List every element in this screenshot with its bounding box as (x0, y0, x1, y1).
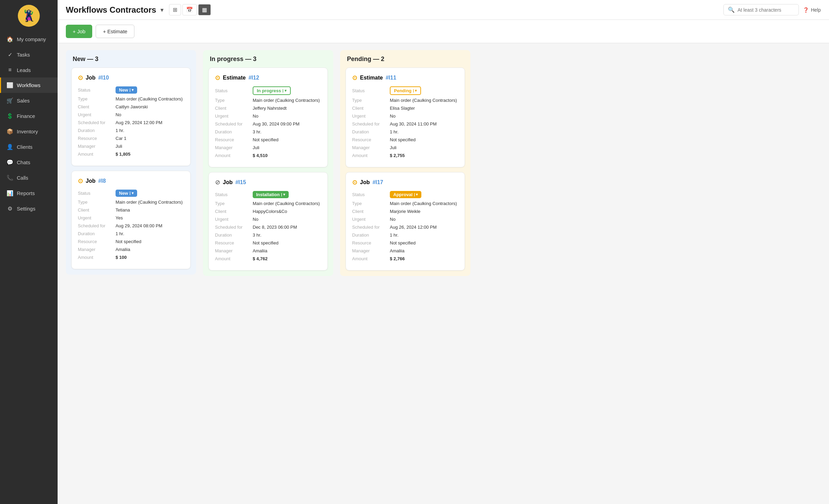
search-icon: 🔍 (728, 7, 735, 13)
card-resource-row: Resource Not specified (78, 239, 184, 244)
card-urgent-row: Urgent No (352, 217, 458, 222)
main-content: Workflows Contractors ▾ ⊞ 📅 ▦ 🔍 ❓ Help +… (58, 0, 829, 504)
urgent-label: Urgent (78, 215, 116, 220)
scheduled-label: Scheduled for (352, 121, 390, 127)
status-badge[interactable]: Approval | ▾ (390, 191, 421, 198)
card-urgent-row: Urgent Yes (78, 215, 184, 220)
card-status-row: Status New | ▾ (78, 190, 184, 197)
client-value: Tetiana (116, 207, 130, 213)
card-title-card-i8[interactable]: ⊙ Job #I8 (78, 177, 184, 185)
help-button[interactable]: ❓ Help (803, 7, 821, 13)
manager-label: Manager (78, 247, 116, 252)
urgent-value: No (253, 217, 259, 222)
view-calendar-button[interactable]: 📅 (182, 4, 197, 15)
urgent-label: Urgent (215, 217, 253, 222)
card-prefix: Estimate (223, 75, 246, 81)
column-header-pending: Pending — 2 (346, 56, 465, 63)
card-scheduled-row: Scheduled for Aug 29, 2024 12:00 PM (78, 120, 184, 125)
card-manager-row: Manager Amaliia (352, 248, 458, 253)
card-amount-row: Amount $ 100 (78, 255, 184, 260)
add-job-button[interactable]: + Job (66, 25, 92, 38)
header: Workflows Contractors ▾ ⊞ 📅 ▦ 🔍 ❓ Help (58, 0, 829, 20)
duration-label: Duration (352, 232, 390, 238)
clients-icon: 👤 (7, 144, 13, 150)
resource-label: Resource (78, 136, 116, 141)
card-manager-row: Manager Juli (215, 145, 321, 150)
card-resource-row: Resource Not specified (352, 240, 458, 245)
status-badge[interactable]: Installation | ▾ (253, 191, 289, 198)
scheduled-label: Scheduled for (78, 120, 116, 125)
duration-value: 3 hr. (253, 129, 261, 134)
card-prefix: Job (360, 179, 370, 185)
card-card-i12: ⊙ Estimate #I12 Status In progress | ▾ T… (208, 68, 328, 167)
resource-label: Resource (78, 239, 116, 244)
card-amount-row: Amount $ 2,766 (352, 256, 458, 261)
search-input[interactable] (737, 7, 792, 13)
page-title: Workflows Contractors (66, 5, 156, 15)
calls-icon: 📞 (7, 175, 13, 181)
sidebar-item-reports[interactable]: 📊 Reports (0, 185, 58, 201)
card-duration-row: Duration 1 hr. (78, 128, 184, 133)
type-label: Type (352, 98, 390, 103)
add-estimate-button[interactable]: + Estimate (96, 25, 134, 38)
title-dropdown-button[interactable]: ▾ (160, 6, 164, 14)
sidebar-item-inventory[interactable]: 📦 Inventory (0, 124, 58, 139)
card-manager-row: Manager Amaliia (215, 248, 321, 253)
sidebar-item-workflows[interactable]: ⬜ Workflows (0, 77, 58, 93)
manager-value: Amaliia (253, 248, 267, 253)
card-title-card-i12[interactable]: ⊙ Estimate #I12 (215, 74, 321, 82)
card-card-i8: ⊙ Job #I8 Status New | ▾ Type Main order… (71, 171, 191, 269)
type-label: Type (78, 96, 116, 101)
amount-value: $ 2,766 (390, 256, 405, 261)
sidebar-item-chats[interactable]: 💬 Chats (0, 155, 58, 170)
sidebar-item-sales[interactable]: 🛒 Sales (0, 93, 58, 108)
status-badge[interactable]: New | ▾ (116, 86, 137, 94)
manager-value: Amaliia (116, 247, 130, 252)
amount-label: Amount (78, 152, 116, 157)
amount-label: Amount (215, 153, 253, 158)
status-badge[interactable]: Pending | ▾ (390, 86, 421, 95)
card-id: #I10 (98, 75, 109, 81)
scheduled-value: Aug 26, 2024 12:00 PM (390, 225, 437, 230)
scheduled-label: Scheduled for (78, 223, 116, 228)
card-scheduled-row: Scheduled for Aug 26, 2024 12:00 PM (352, 225, 458, 230)
card-type-row: Type Main order (Caulking Contractors) (215, 201, 321, 206)
sidebar-item-finance[interactable]: 💲 Finance (0, 108, 58, 124)
card-icon-circle: ⊙ (352, 74, 357, 82)
card-title-card-i11[interactable]: ⊙ Estimate #I11 (352, 74, 458, 82)
card-title-card-i15[interactable]: ⊘ Job #I15 (215, 179, 321, 186)
client-label: Client (352, 106, 390, 111)
sidebar-item-clients[interactable]: 👤 Clients (0, 139, 58, 155)
column-header-new: New — 3 (71, 56, 191, 63)
card-resource-row: Resource Not specified (352, 137, 458, 142)
sidebar-label-settings: Settings (17, 206, 35, 212)
sidebar: 🦹 🏠 My company ✓ Tasks ≡ Leads ⬜ Workflo… (0, 0, 58, 504)
status-label: Status (215, 192, 253, 197)
sidebar-item-tasks[interactable]: ✓ Tasks (0, 47, 58, 62)
sidebar-item-leads[interactable]: ≡ Leads (0, 62, 58, 77)
badge-arrow-icon: | ▾ (130, 191, 134, 195)
settings-icon: ⚙ (7, 205, 13, 212)
card-resource-row: Resource Not specified (215, 137, 321, 142)
view-table-button[interactable]: ⊞ (169, 4, 181, 15)
amount-label: Amount (215, 256, 253, 261)
card-duration-row: Duration 3 hr. (215, 129, 321, 134)
card-manager-row: Manager Juli (78, 144, 184, 149)
help-label: Help (811, 7, 821, 13)
sidebar-item-my-company[interactable]: 🏠 My company (0, 32, 58, 47)
card-title-card-i10[interactable]: ⊙ Job #I10 (78, 74, 184, 82)
status-badge[interactable]: In progress | ▾ (253, 86, 291, 95)
sidebar-label-tasks: Tasks (17, 52, 30, 58)
sidebar-item-settings[interactable]: ⚙ Settings (0, 201, 58, 216)
card-card-i17: ⊙ Job #I17 Status Approval | ▾ Type Main… (346, 172, 465, 271)
card-client-row: Client Elisa Slagter (352, 106, 458, 111)
card-title-card-i17[interactable]: ⊙ Job #I17 (352, 179, 458, 186)
sidebar-label-inventory: Inventory (17, 129, 38, 134)
type-value: Main order (Caulking Contractors) (390, 98, 457, 103)
view-kanban-button[interactable]: ▦ (198, 4, 211, 15)
view-toggles: ⊞ 📅 ▦ (169, 4, 211, 15)
sidebar-item-calls[interactable]: 📞 Calls (0, 170, 58, 185)
status-badge[interactable]: New | ▾ (116, 190, 137, 197)
urgent-label: Urgent (78, 112, 116, 117)
card-status-row: Status New | ▾ (78, 86, 184, 94)
